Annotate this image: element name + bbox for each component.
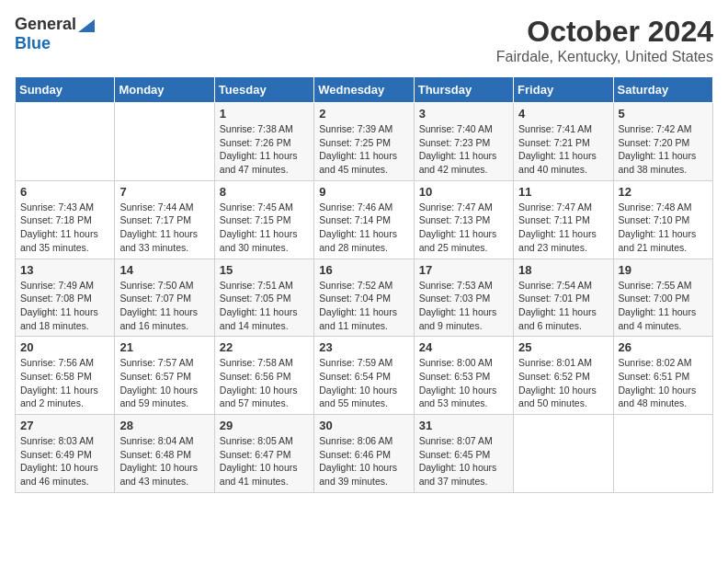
day-info: Sunrise: 7:48 AMSunset: 7:10 PMDaylight:… xyxy=(619,201,708,255)
sunset-text: Sunset: 7:11 PM xyxy=(518,214,590,225)
calendar-cell: 1Sunrise: 7:38 AMSunset: 7:26 PMDaylight… xyxy=(214,103,313,181)
sunrise-text: Sunrise: 7:45 AM xyxy=(220,201,293,213)
logo-blue: Blue xyxy=(15,34,51,53)
sunset-text: Sunset: 7:13 PM xyxy=(419,214,491,225)
day-info: Sunrise: 7:58 AMSunset: 6:56 PMDaylight:… xyxy=(220,356,309,410)
sunset-text: Sunset: 7:00 PM xyxy=(619,293,690,304)
calendar-cell: 21Sunrise: 7:57 AMSunset: 6:57 PMDayligh… xyxy=(115,337,214,415)
weekday-header: Saturday xyxy=(613,77,712,103)
calendar-cell xyxy=(16,103,115,181)
day-number: 4 xyxy=(518,107,608,121)
calendar-week: 6Sunrise: 7:43 AMSunset: 7:18 PMDaylight… xyxy=(16,180,713,259)
sunset-text: Sunset: 6:54 PM xyxy=(319,371,391,382)
calendar-week: 13Sunrise: 7:49 AMSunset: 7:08 PMDayligh… xyxy=(16,259,713,337)
calendar-cell: 6Sunrise: 7:43 AMSunset: 7:18 PMDaylight… xyxy=(16,180,115,259)
calendar-week: 1Sunrise: 7:38 AMSunset: 7:26 PMDaylight… xyxy=(16,103,713,181)
calendar-cell: 29Sunrise: 8:05 AMSunset: 6:47 PMDayligh… xyxy=(214,415,313,493)
sunrise-text: Sunrise: 7:49 AM xyxy=(20,280,94,291)
daylight-text: Daylight: 10 hours and 41 minutes. xyxy=(220,462,298,487)
day-number: 6 xyxy=(20,185,109,199)
day-number: 29 xyxy=(220,419,309,432)
calendar-cell: 3Sunrise: 7:40 AMSunset: 7:23 PMDaylight… xyxy=(414,103,513,181)
day-info: Sunrise: 7:55 AMSunset: 7:00 PMDaylight:… xyxy=(619,279,708,333)
sunrise-text: Sunrise: 7:55 AM xyxy=(619,280,692,291)
calendar-table: SundayMondayTuesdayWednesdayThursdayFrid… xyxy=(15,76,713,493)
calendar-cell: 28Sunrise: 8:04 AMSunset: 6:48 PMDayligh… xyxy=(115,415,214,493)
day-number: 22 xyxy=(220,340,309,354)
day-number: 11 xyxy=(518,185,608,199)
calendar-cell: 15Sunrise: 7:51 AMSunset: 7:05 PMDayligh… xyxy=(214,259,313,337)
day-info: Sunrise: 7:50 AMSunset: 7:07 PMDaylight:… xyxy=(119,279,209,333)
sunset-text: Sunset: 6:56 PM xyxy=(220,371,291,382)
daylight-text: Daylight: 10 hours and 39 minutes. xyxy=(319,462,397,487)
day-info: Sunrise: 7:46 AMSunset: 7:14 PMDaylight:… xyxy=(319,201,408,255)
day-number: 5 xyxy=(619,107,708,121)
sunset-text: Sunset: 6:49 PM xyxy=(20,449,92,460)
calendar-body: 1Sunrise: 7:38 AMSunset: 7:26 PMDaylight… xyxy=(16,103,713,493)
sunrise-text: Sunrise: 8:00 AM xyxy=(419,357,493,368)
weekday-header: Sunday xyxy=(16,77,115,103)
sunset-text: Sunset: 7:08 PM xyxy=(20,293,92,304)
weekday-header: Friday xyxy=(514,77,613,103)
calendar-cell: 9Sunrise: 7:46 AMSunset: 7:14 PMDaylight… xyxy=(314,180,414,259)
calendar-cell: 17Sunrise: 7:53 AMSunset: 7:03 PMDayligh… xyxy=(414,259,513,337)
sunset-text: Sunset: 7:05 PM xyxy=(220,293,291,304)
daylight-text: Daylight: 11 hours and 45 minutes. xyxy=(319,150,397,175)
sunset-text: Sunset: 7:25 PM xyxy=(319,137,391,148)
day-number: 1 xyxy=(220,107,309,121)
daylight-text: Daylight: 11 hours and 2 minutes. xyxy=(20,385,98,409)
day-number: 31 xyxy=(419,419,508,432)
daylight-text: Daylight: 11 hours and 23 minutes. xyxy=(518,228,597,253)
calendar-cell: 5Sunrise: 7:42 AMSunset: 7:20 PMDaylight… xyxy=(613,103,712,181)
day-number: 16 xyxy=(319,263,408,277)
day-info: Sunrise: 7:44 AMSunset: 7:17 PMDaylight:… xyxy=(119,201,209,255)
day-number: 10 xyxy=(419,185,508,199)
sunrise-text: Sunrise: 7:39 AM xyxy=(319,123,392,134)
day-info: Sunrise: 7:47 AMSunset: 7:11 PMDaylight:… xyxy=(518,201,608,255)
calendar-cell: 30Sunrise: 8:06 AMSunset: 6:46 PMDayligh… xyxy=(314,415,414,493)
logo-icon xyxy=(78,17,95,32)
sunrise-text: Sunrise: 8:07 AM xyxy=(419,435,493,446)
daylight-text: Daylight: 11 hours and 28 minutes. xyxy=(319,228,397,253)
daylight-text: Daylight: 11 hours and 11 minutes. xyxy=(319,306,397,331)
day-info: Sunrise: 7:57 AMSunset: 6:57 PMDaylight:… xyxy=(119,356,209,410)
daylight-text: Daylight: 11 hours and 25 minutes. xyxy=(419,228,497,253)
sunset-text: Sunset: 7:23 PM xyxy=(419,137,491,148)
daylight-text: Daylight: 11 hours and 14 minutes. xyxy=(220,306,298,331)
daylight-text: Daylight: 10 hours and 55 minutes. xyxy=(319,385,397,409)
calendar-cell: 12Sunrise: 7:48 AMSunset: 7:10 PMDayligh… xyxy=(613,180,712,259)
sunrise-text: Sunrise: 8:01 AM xyxy=(518,357,592,368)
sunset-text: Sunset: 7:20 PM xyxy=(619,137,690,148)
page-subtitle: Fairdale, Kentucky, United States xyxy=(496,49,713,65)
day-number: 28 xyxy=(119,419,209,432)
sunset-text: Sunset: 6:48 PM xyxy=(119,449,191,460)
day-info: Sunrise: 7:59 AMSunset: 6:54 PMDaylight:… xyxy=(319,356,408,410)
calendar-cell: 18Sunrise: 7:54 AMSunset: 7:01 PMDayligh… xyxy=(514,259,613,337)
sunrise-text: Sunrise: 7:41 AM xyxy=(518,123,592,134)
sunset-text: Sunset: 6:45 PM xyxy=(419,449,491,460)
sunrise-text: Sunrise: 7:52 AM xyxy=(319,280,392,291)
day-info: Sunrise: 8:07 AMSunset: 6:45 PMDaylight:… xyxy=(419,434,508,488)
sunrise-text: Sunrise: 7:50 AM xyxy=(119,280,193,291)
day-number: 2 xyxy=(319,107,408,121)
sunset-text: Sunset: 6:46 PM xyxy=(319,449,391,460)
day-info: Sunrise: 8:04 AMSunset: 6:48 PMDaylight:… xyxy=(119,434,209,488)
sunrise-text: Sunrise: 8:03 AM xyxy=(20,435,94,446)
daylight-text: Daylight: 11 hours and 9 minutes. xyxy=(419,306,497,331)
day-number: 8 xyxy=(220,185,309,199)
title-block: October 2024 Fairdale, Kentucky, United … xyxy=(496,15,713,65)
sunrise-text: Sunrise: 7:51 AM xyxy=(220,280,293,291)
sunrise-text: Sunrise: 7:43 AM xyxy=(20,201,94,213)
weekday-header: Wednesday xyxy=(314,77,414,103)
calendar-cell: 4Sunrise: 7:41 AMSunset: 7:21 PMDaylight… xyxy=(514,103,613,181)
sunset-text: Sunset: 7:07 PM xyxy=(119,293,191,304)
sunset-text: Sunset: 7:17 PM xyxy=(119,214,191,225)
sunrise-text: Sunrise: 7:59 AM xyxy=(319,357,392,368)
daylight-text: Daylight: 10 hours and 48 minutes. xyxy=(619,385,697,409)
calendar-cell: 11Sunrise: 7:47 AMSunset: 7:11 PMDayligh… xyxy=(514,180,613,259)
day-info: Sunrise: 7:41 AMSunset: 7:21 PMDaylight:… xyxy=(518,122,608,177)
calendar-week: 27Sunrise: 8:03 AMSunset: 6:49 PMDayligh… xyxy=(16,415,713,493)
daylight-text: Daylight: 10 hours and 43 minutes. xyxy=(119,462,198,487)
sunset-text: Sunset: 7:04 PM xyxy=(319,293,391,304)
calendar-cell xyxy=(613,415,712,493)
